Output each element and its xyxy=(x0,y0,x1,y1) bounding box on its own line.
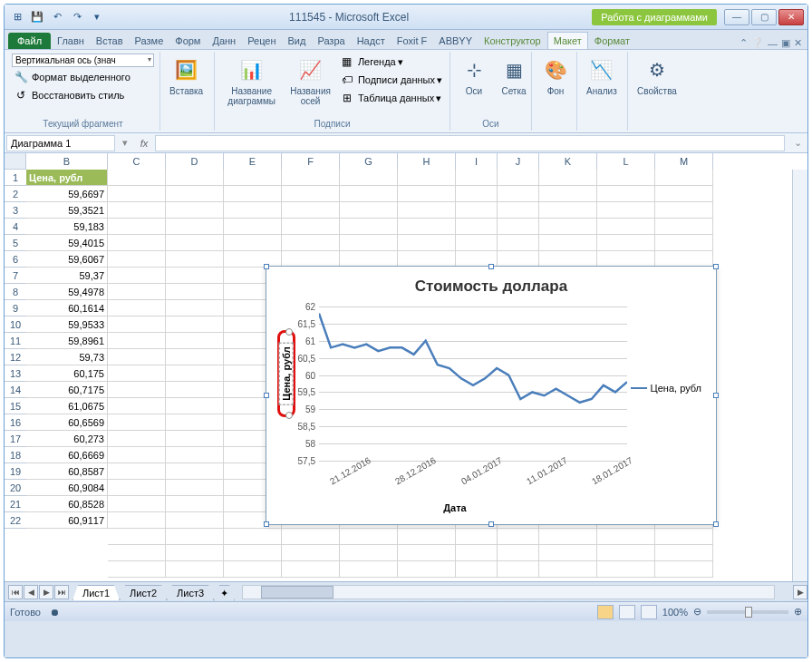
view-page-layout-button[interactable] xyxy=(619,605,635,619)
cell-b7[interactable]: 59,37 xyxy=(26,268,108,284)
row-header-22[interactable]: 22 xyxy=(5,512,26,529)
vertical-scrollbar[interactable] xyxy=(792,170,807,581)
cell-b6[interactable]: 59,6067 xyxy=(26,251,108,268)
col-header-E[interactable]: E xyxy=(224,153,282,170)
cell-b22[interactable]: 60,9117 xyxy=(26,512,108,529)
properties-button[interactable]: ⚙Свойства xyxy=(633,54,681,98)
reset-style-button[interactable]: ↺Восстановить стиль xyxy=(12,87,154,103)
tab-formulas[interactable]: Форм xyxy=(169,33,206,49)
minimize-ribbon-icon[interactable]: ⌃ xyxy=(740,37,748,49)
fx-icon[interactable]: fx xyxy=(133,138,155,149)
chart-title-button[interactable]: 📊Название диаграммы xyxy=(220,54,283,108)
macro-record-icon[interactable]: ⏺ xyxy=(50,607,60,618)
formula-input[interactable] xyxy=(155,135,785,151)
sheet-tab-1[interactable]: Лист1 xyxy=(72,585,120,600)
row-header-21[interactable]: 21 xyxy=(5,496,26,512)
cell-b21[interactable]: 60,8528 xyxy=(26,496,108,512)
row-header-2[interactable]: 2 xyxy=(5,186,26,202)
doc-min-icon[interactable]: — xyxy=(768,38,778,49)
cell-b15[interactable]: 61,0675 xyxy=(26,398,108,414)
zoom-slider[interactable] xyxy=(707,610,788,614)
help-icon[interactable]: ❔ xyxy=(751,37,764,49)
sheet-nav-first[interactable]: ⏮ xyxy=(8,585,23,599)
col-header-I[interactable]: I xyxy=(456,153,498,170)
chart-legend[interactable]: Цена, рубл xyxy=(631,383,701,394)
col-header-B[interactable]: B xyxy=(26,153,108,170)
row-header-16[interactable]: 16 xyxy=(5,414,26,431)
cell-b5[interactable]: 59,4015 xyxy=(26,235,108,251)
cell-b19[interactable]: 60,8587 xyxy=(26,463,108,480)
row-header-1[interactable]: 1 xyxy=(5,170,26,186)
row-header-18[interactable]: 18 xyxy=(5,447,26,463)
tab-chart-format[interactable]: Формат xyxy=(589,33,635,49)
sheet-nav-last[interactable]: ⏭ xyxy=(54,585,69,599)
axis-titles-button[interactable]: 📈Названия осей xyxy=(286,54,334,108)
data-labels-button[interactable]: 🏷Подписи данных ▾ xyxy=(338,72,444,88)
format-selection-button[interactable]: 🔧Формат выделенного xyxy=(12,69,154,85)
tab-review[interactable]: Рецен xyxy=(242,33,281,49)
cell-b8[interactable]: 59,4978 xyxy=(26,284,108,300)
col-header-L[interactable]: L xyxy=(597,153,655,170)
doc-close-icon[interactable]: ✕ xyxy=(794,37,802,49)
chart-title-text[interactable]: Стоимость доллара xyxy=(274,274,709,303)
chart-plot-area[interactable]: 57,55858,55959,56060,56161,56221.12.2016… xyxy=(319,307,627,461)
select-all-corner[interactable] xyxy=(5,153,26,170)
tab-chart-layout[interactable]: Макет xyxy=(547,32,588,49)
insert-button[interactable]: 🖼️ Вставка xyxy=(166,54,207,98)
col-header-K[interactable]: K xyxy=(539,153,597,170)
cell-b12[interactable]: 59,73 xyxy=(26,349,108,365)
cell-b11[interactable]: 59,8961 xyxy=(26,333,108,349)
cell-b4[interactable]: 59,183 xyxy=(26,219,108,235)
redo-icon[interactable]: ↷ xyxy=(68,8,86,26)
save-icon[interactable]: 💾 xyxy=(28,8,46,26)
col-header-M[interactable]: M xyxy=(655,153,713,170)
tab-home[interactable]: Главн xyxy=(52,33,90,49)
col-header-C[interactable]: C xyxy=(108,153,166,170)
row-header-3[interactable]: 3 xyxy=(5,202,26,219)
data-table-button[interactable]: ⊞Таблица данных ▾ xyxy=(338,90,444,106)
embedded-chart[interactable]: Стоимость доллара Цена, рубл 57,55858,55… xyxy=(266,266,717,525)
row-header-5[interactable]: 5 xyxy=(5,235,26,251)
cell-b13[interactable]: 60,175 xyxy=(26,365,108,382)
close-button[interactable]: ✕ xyxy=(778,9,804,25)
maximize-button[interactable]: ▢ xyxy=(751,9,777,25)
row-header-20[interactable]: 20 xyxy=(5,480,26,496)
col-header-F[interactable]: F xyxy=(282,153,340,170)
x-axis-title[interactable]: Дата xyxy=(274,502,636,513)
view-page-break-button[interactable] xyxy=(641,605,657,619)
row-header-17[interactable]: 17 xyxy=(5,431,26,447)
background-button[interactable]: 🎨Фон xyxy=(537,54,574,98)
cell-b17[interactable]: 60,273 xyxy=(26,431,108,447)
new-sheet-button[interactable]: ✦ xyxy=(214,585,235,601)
row-header-6[interactable]: 6 xyxy=(5,251,26,268)
tab-abbyy[interactable]: ABBYY xyxy=(433,33,478,49)
cell-b3[interactable]: 59,3521 xyxy=(26,202,108,219)
row-header-7[interactable]: 7 xyxy=(5,268,26,284)
gridlines-button[interactable]: ▦Сетка xyxy=(496,54,532,98)
col-header-D[interactable]: D xyxy=(166,153,224,170)
row-header-12[interactable]: 12 xyxy=(5,349,26,365)
tab-view[interactable]: Вид xyxy=(283,33,312,49)
tab-insert[interactable]: Встав xyxy=(91,33,129,49)
cell-b14[interactable]: 60,7175 xyxy=(26,382,108,398)
row-header-15[interactable]: 15 xyxy=(5,398,26,414)
col-header-H[interactable]: H xyxy=(398,153,456,170)
cell-b1-header[interactable]: Цена, рубл xyxy=(26,170,108,186)
chart-element-dropdown[interactable]: Вертикальная ось (знач xyxy=(12,54,154,67)
sheet-nav-prev[interactable]: ◀ xyxy=(24,585,38,599)
col-header-J[interactable]: J xyxy=(498,153,539,170)
cell-b2[interactable]: 59,6697 xyxy=(26,186,108,202)
namebox-dropdown-icon[interactable]: ▾ xyxy=(117,137,133,149)
row-header-9[interactable]: 9 xyxy=(5,300,26,316)
row-header-11[interactable]: 11 xyxy=(5,333,26,349)
cell-b16[interactable]: 60,6569 xyxy=(26,414,108,431)
legend-button[interactable]: ▦Легенда ▾ xyxy=(338,54,444,70)
col-header-G[interactable]: G xyxy=(340,153,398,170)
cell-b9[interactable]: 60,1614 xyxy=(26,300,108,316)
row-header-8[interactable]: 8 xyxy=(5,284,26,300)
tab-chart-design[interactable]: Конструктор xyxy=(478,33,546,49)
axes-button[interactable]: ⊹Оси xyxy=(456,54,492,98)
name-box[interactable] xyxy=(6,135,115,151)
minimize-button[interactable]: — xyxy=(724,9,749,25)
tab-developer[interactable]: Разра xyxy=(312,33,350,49)
